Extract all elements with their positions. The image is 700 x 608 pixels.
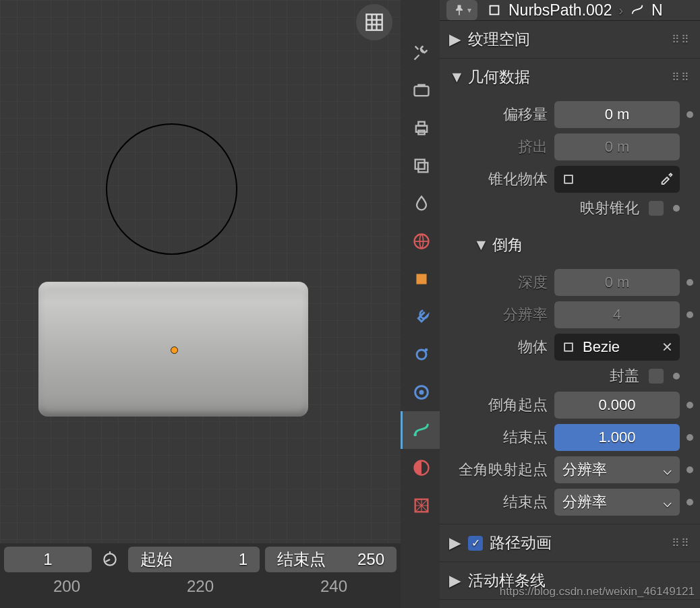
animate-dot[interactable] [673, 205, 680, 212]
animate-dot[interactable] [687, 402, 693, 408]
animate-dot[interactable] [687, 311, 693, 318]
chevron-down-icon: ⌵ [663, 493, 672, 511]
tab-modifiers[interactable] [401, 298, 440, 336]
properties-editor: ▾ NurbsPath.002 › N ▶ 纹理空间 ⠿⠿ [401, 0, 700, 608]
extrude-field[interactable]: 0 m [554, 133, 680, 160]
svg-point-16 [417, 350, 426, 359]
animate-dot[interactable] [673, 373, 680, 379]
ruler-tick: 200 [53, 577, 80, 596]
section-geometry[interactable]: ▼ 几何数据 ⠿⠿ [440, 59, 700, 96]
section-title: 路径动画 [490, 533, 552, 553]
breadcrumb[interactable]: NurbsPath.002 › N [487, 1, 663, 20]
current-frame-field[interactable]: 1 [4, 547, 92, 572]
svg-rect-7 [414, 86, 428, 96]
bevel-object-picker[interactable]: Bezie ✕ [554, 334, 680, 361]
viewport-3d[interactable]: 1 起始 1 结束点 250 200 220 240 [0, 0, 401, 608]
bevel-resolution-field[interactable]: 4 [554, 301, 680, 328]
grid-icon [365, 13, 384, 32]
texture-icon [412, 496, 431, 515]
bevel-depth-field[interactable]: 0 m [554, 269, 680, 296]
wrench-screwdriver-icon [412, 43, 431, 62]
svg-rect-15 [417, 274, 426, 284]
tab-world[interactable] [401, 222, 440, 260]
tab-material[interactable] [401, 449, 440, 487]
animate-dot[interactable] [687, 466, 693, 473]
bevel-start-field[interactable]: 0.000 [554, 392, 680, 419]
svg-point-17 [424, 348, 428, 352]
watermark-text: https://blog.csdn.net/weixin_46149121 [500, 585, 695, 599]
pin-toggle[interactable]: ▾ [446, 0, 477, 20]
end-frame-value: 250 [357, 550, 384, 569]
curve-icon [412, 421, 431, 439]
world-icon [412, 232, 431, 251]
tab-render[interactable] [401, 71, 440, 109]
path-anim-checkbox[interactable]: ✓ [468, 536, 483, 551]
start-frame-field[interactable]: 起始 1 [128, 547, 260, 572]
fill-caps-label: 封盖 [610, 366, 639, 386]
svg-point-19 [419, 390, 424, 395]
end-frame-field[interactable]: 结束点 250 [265, 547, 397, 572]
tab-viewlayer[interactable] [401, 147, 440, 185]
breadcrumb-object-name: NurbsPath.002 [508, 1, 612, 20]
drag-handle-icon[interactable]: ⠿⠿ [672, 33, 691, 46]
bevel-end-field[interactable]: 1.000 [554, 424, 680, 451]
object-icon [561, 340, 576, 355]
section-texture-space[interactable]: ▶ 纹理空间 ⠿⠿ [440, 21, 700, 58]
chevron-right-icon: ▶ [449, 534, 461, 552]
bezier-circle-object[interactable] [106, 123, 237, 255]
section-bevel[interactable]: ▼ 倒角 [446, 224, 693, 264]
animate-dot[interactable] [687, 279, 693, 286]
object-icon [561, 172, 576, 187]
clear-x-icon[interactable]: ✕ [662, 339, 673, 355]
bevel-depth-label: 深度 [446, 272, 548, 293]
section-title: 纹理空间 [468, 29, 530, 50]
tab-scene[interactable] [401, 185, 440, 222]
end-frame-label: 结束点 [277, 549, 326, 570]
ruler-tick: 240 [320, 577, 347, 596]
tab-physics[interactable] [401, 373, 440, 411]
drag-handle-icon[interactable]: ⠿⠿ [672, 537, 691, 549]
svg-rect-8 [417, 84, 426, 87]
chevron-down-icon: ▼ [473, 236, 486, 254]
timeline-ruler[interactable]: 200 220 240 [0, 576, 401, 603]
map-start-select[interactable]: 分辨率 ⌵ [554, 456, 680, 483]
properties-header: ▾ NurbsPath.002 › N [440, 0, 700, 21]
section-shape-keys[interactable]: ▼ 形态键 [440, 600, 700, 608]
ruler-tick: 220 [187, 577, 214, 596]
start-frame-value: 1 [239, 550, 247, 569]
eyedropper-icon[interactable] [660, 170, 674, 189]
map-taper-checkbox[interactable] [649, 201, 664, 216]
taper-object-picker[interactable] [554, 166, 680, 193]
curve-data-icon [630, 3, 645, 18]
animate-dot[interactable] [687, 434, 693, 441]
drag-handle-icon[interactable]: ⠿⠿ [672, 71, 691, 84]
bevel-object-label: 物体 [446, 337, 548, 357]
tab-object[interactable] [401, 260, 440, 298]
viewport-shading-toggle[interactable] [356, 4, 392, 40]
section-path-animation[interactable]: ▶ ✓ 路径动画 ⠿⠿ [440, 524, 700, 561]
animate-dot[interactable] [687, 111, 693, 118]
object-origin-indicator [171, 346, 178, 354]
taper-object-label: 锥化物体 [446, 169, 548, 189]
map-end-select[interactable]: 分辨率 ⌵ [554, 489, 680, 516]
breadcrumb-next: N [651, 1, 663, 20]
tab-tool[interactable] [401, 34, 440, 71]
fill-caps-checkbox[interactable] [649, 369, 664, 384]
properties-tabs [401, 0, 440, 608]
auto-keying-button[interactable] [97, 547, 123, 572]
tab-texture[interactable] [401, 487, 440, 524]
svg-rect-13 [418, 162, 428, 172]
svg-rect-26 [564, 343, 573, 351]
chevron-right-icon: ▶ [449, 572, 461, 590]
tab-output[interactable] [401, 109, 440, 147]
animate-dot[interactable] [687, 499, 693, 506]
wrench-icon [412, 307, 431, 326]
start-frame-label: 起始 [140, 549, 173, 570]
physics-icon [412, 383, 431, 402]
offset-field[interactable]: 0 m [554, 101, 680, 128]
tab-particles[interactable] [401, 336, 440, 373]
bevel-start-label: 倒角起点 [446, 395, 548, 415]
tab-object-data[interactable] [401, 411, 440, 449]
bevel-end-label: 结束点 [446, 427, 548, 448]
camera-back-icon [412, 81, 431, 100]
